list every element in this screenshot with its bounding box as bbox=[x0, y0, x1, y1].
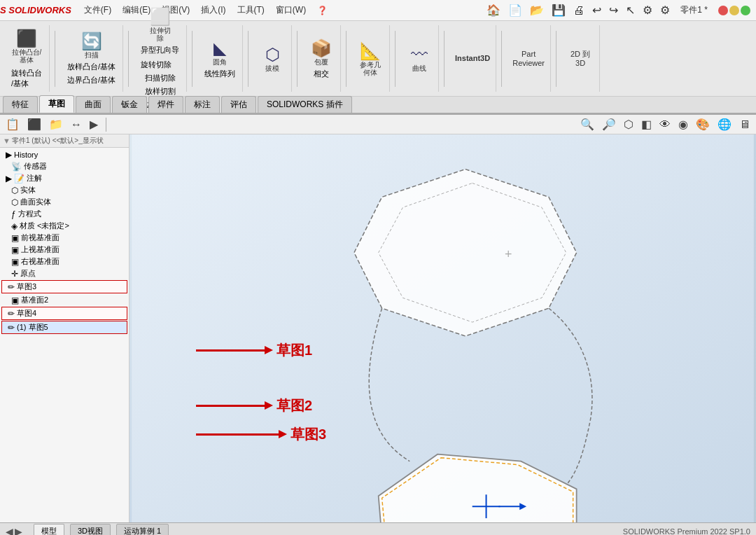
menu-window[interactable]: 窗口(W) bbox=[270, 3, 312, 18]
curves-button[interactable]: 〰 曲线 bbox=[405, 43, 434, 74]
ribbon-group-2dto3d: 2D 到3D bbox=[561, 25, 600, 92]
ribbon-group-cut: ⬜ 拉伸切除 异型孔向导 旋转切除 扫描切除 放样切割 边界切除 bbox=[134, 25, 187, 92]
property-manager-btn[interactable]: ⬛ bbox=[24, 116, 44, 132]
sep10 bbox=[556, 31, 556, 87]
tab-evaluate[interactable]: 评估 bbox=[221, 96, 256, 113]
revolve-boss-button[interactable]: 旋转凸台/基体 bbox=[8, 67, 45, 90]
annotation-sketch2: 草图2 bbox=[196, 396, 312, 415]
feature-manager-btn[interactable]: 📋 bbox=[3, 116, 22, 132]
tree-item-annotation[interactable]: ▶ 📝 注解 bbox=[0, 172, 129, 184]
tree-item-plane2[interactable]: ▣ 基准面2 bbox=[0, 294, 129, 306]
fillet-button[interactable]: ◣ 圆角 bbox=[205, 37, 234, 67]
tab-3d-view[interactable]: 3D视图 bbox=[70, 524, 111, 535]
extrude-boss-button[interactable]: ⬛ 拉伸凸台/基体 bbox=[10, 27, 43, 65]
tree-item-history[interactable]: ▶ History bbox=[0, 149, 129, 160]
sweep-cut-button[interactable]: 扫描切除 bbox=[142, 71, 178, 85]
config-manager-btn[interactable]: 📁 bbox=[46, 116, 66, 132]
view-orient-btn[interactable]: ⬡ bbox=[621, 116, 636, 132]
tree-item-front-plane[interactable]: ▣ 前视基准面 bbox=[0, 232, 129, 244]
intersect-button[interactable]: 相交 bbox=[311, 67, 332, 81]
tree-item-sketch4[interactable]: ✏ 草图4 bbox=[1, 307, 127, 320]
close-button[interactable] bbox=[718, 6, 728, 15]
2dto3d-button[interactable]: 2D 到3D bbox=[566, 48, 595, 68]
tree-item-top-plane[interactable]: ▣ 上视基准面 bbox=[0, 244, 129, 256]
tab-features[interactable]: 特征 bbox=[3, 96, 38, 113]
prev-btn[interactable]: ◀ bbox=[6, 526, 13, 536]
select-icon[interactable]: ↖ bbox=[623, 2, 638, 18]
sketch3-icon: ✏ bbox=[8, 282, 15, 292]
more-btn[interactable]: ▶ bbox=[87, 116, 101, 132]
tree-item-equation[interactable]: ƒ 方程式 bbox=[0, 208, 129, 220]
tab-surface[interactable]: 曲面 bbox=[76, 96, 111, 113]
tree-header: 零件1 (默认) <<默认>_显示状 bbox=[12, 136, 104, 146]
dim-manager-btn[interactable]: ↔ bbox=[68, 117, 85, 132]
annotation-label-3: 草图3 bbox=[290, 425, 326, 444]
print-icon[interactable]: 🖨 bbox=[570, 3, 587, 18]
sweep-icon: 🔄 bbox=[81, 32, 102, 51]
options-icon[interactable]: ⚙ bbox=[657, 2, 673, 18]
chamfer-button[interactable]: 线性阵列 bbox=[202, 67, 238, 81]
home-icon[interactable]: 🏠 bbox=[484, 2, 503, 18]
shell-button[interactable]: ⬡ 拔模 bbox=[258, 43, 287, 74]
instant3d-button[interactable]: Instant3D bbox=[454, 53, 491, 64]
loft-button[interactable]: 放样凸台/基体 bbox=[64, 60, 118, 74]
tab-sw-addins[interactable]: SOLIDWORKS 插件 bbox=[258, 96, 352, 113]
rebuild-icon[interactable]: ⚙ bbox=[640, 2, 655, 18]
status-bar: ◀ ▶ 模型 3D视图 运动算例 1 SOLIDWORKS Premium 20… bbox=[0, 522, 756, 535]
menu-insert[interactable]: 插入(I) bbox=[195, 3, 231, 18]
open-file-icon[interactable]: 📂 bbox=[527, 2, 547, 18]
scene-btn[interactable]: 🌐 bbox=[715, 116, 734, 132]
tree-item-sketch5[interactable]: ✏ (1) 草图5 bbox=[1, 321, 127, 334]
display-style-btn[interactable]: 👁 bbox=[657, 117, 673, 132]
minimize-button[interactable] bbox=[729, 6, 739, 15]
extrude-cut-button[interactable]: ⬜ 拉伸切除 bbox=[146, 6, 175, 43]
view-settings-btn[interactable]: 🖥 bbox=[736, 117, 753, 132]
menu-tools[interactable]: 工具(T) bbox=[232, 3, 270, 18]
tree-item-material[interactable]: ◈ 材质 <未指定> bbox=[0, 220, 129, 232]
annotation-expand-icon: ▶ bbox=[6, 174, 12, 183]
hide-show-btn[interactable]: ◉ bbox=[676, 116, 691, 132]
tab-strip: 特征 草图 曲面 钣金 焊件 标注 评估 SOLIDWORKS 插件 bbox=[0, 97, 756, 113]
svg-text:+: + bbox=[505, 247, 512, 261]
sketch5-icon: ✏ bbox=[8, 323, 15, 333]
annotation-label-1: 草图1 bbox=[276, 341, 312, 360]
sweep-button[interactable]: 🔄 扫描 bbox=[77, 30, 106, 60]
tree-item-sensors[interactable]: 📡 传感器 bbox=[0, 160, 129, 172]
next-btn[interactable]: ▶ bbox=[15, 526, 22, 536]
window-controls bbox=[718, 6, 750, 15]
tab-motion-study[interactable]: 运动算例 1 bbox=[116, 524, 169, 535]
tab-markup[interactable]: 标注 bbox=[185, 96, 220, 113]
ref-geo-button[interactable]: 📐 参考几何体 bbox=[356, 40, 385, 78]
zoom-in-btn[interactable]: 🔎 bbox=[599, 116, 619, 132]
tree-item-origin[interactable]: ✛ 原点 bbox=[0, 268, 129, 279]
revolve-cut-button[interactable]: 旋转切除 bbox=[138, 58, 182, 71]
solidworks-logo: S SOLIDWORKS bbox=[0, 5, 71, 15]
shell-icon: ⬡ bbox=[265, 45, 280, 64]
hole-wizard-button[interactable]: 异型孔向导 bbox=[138, 43, 182, 57]
tab-sheet-metal[interactable]: 钣金 bbox=[112, 96, 147, 113]
tree-item-right-plane[interactable]: ▣ 右视基准面 bbox=[0, 256, 129, 268]
tree-item-sketch3[interactable]: ✏ 草图3 bbox=[1, 280, 127, 293]
filter-icon: ▼ bbox=[3, 137, 10, 145]
canvas-area[interactable]: + 草图1 草图2 bbox=[130, 134, 756, 522]
tab-sketch[interactable]: 草图 bbox=[39, 95, 74, 113]
tree-item-surface[interactable]: ⬡ 曲面实体 bbox=[0, 196, 129, 208]
new-file-icon[interactable]: 📄 bbox=[505, 2, 525, 18]
tree-item-solid[interactable]: ⬡ 实体 bbox=[0, 184, 129, 196]
menu-file[interactable]: 文件(F) bbox=[78, 3, 117, 18]
part-reviewer-button[interactable]: PartReviewer bbox=[511, 48, 546, 68]
ribbon-group-shell: ⬡ 拔模 bbox=[253, 25, 292, 92]
appearance-btn[interactable]: 🎨 bbox=[693, 116, 713, 132]
undo-icon[interactable]: ↩ bbox=[589, 2, 604, 18]
tab-weldment[interactable]: 焊件 bbox=[148, 96, 183, 113]
save-icon[interactable]: 💾 bbox=[549, 2, 568, 18]
menu-help[interactable]: ❓ bbox=[312, 4, 333, 17]
wrap-button[interactable]: 📦 包覆 bbox=[307, 37, 336, 67]
tab-model[interactable]: 模型 bbox=[34, 524, 64, 535]
boundary-button[interactable]: 边界凸台/基体 bbox=[64, 74, 118, 87]
redo-icon[interactable]: ↪ bbox=[606, 2, 621, 18]
maximize-button[interactable] bbox=[741, 6, 750, 15]
zoom-to-fit-btn[interactable]: 🔍 bbox=[578, 116, 597, 132]
section-view-btn[interactable]: ◧ bbox=[638, 116, 654, 132]
toolbar-sep bbox=[106, 118, 106, 132]
